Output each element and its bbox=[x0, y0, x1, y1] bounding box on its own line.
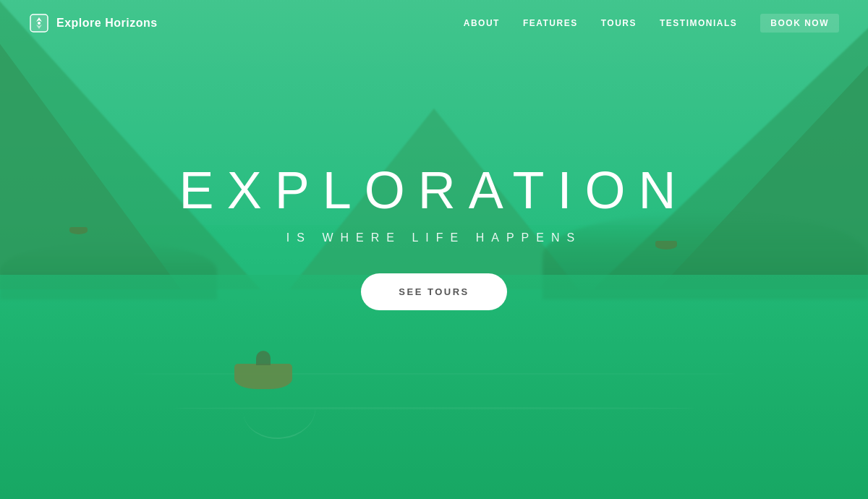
hero-subtitle: IS WHERE LIFE HAPPENS bbox=[179, 231, 689, 244]
logo-text: Explore Horizons bbox=[56, 17, 158, 30]
logo[interactable]: Explore Horizons bbox=[29, 13, 158, 33]
nav-features[interactable]: FEATURES bbox=[523, 18, 578, 28]
see-tours-button[interactable]: SEE TOURS bbox=[361, 273, 506, 310]
logo-icon bbox=[29, 13, 49, 33]
nav-book-now[interactable]: BOOK NOW bbox=[760, 14, 839, 33]
hero-title: EXPLORATION bbox=[179, 161, 689, 220]
navbar: Explore Horizons ABOUT FEATURES TOURS TE… bbox=[0, 0, 868, 46]
hero-section: Explore Horizons ABOUT FEATURES TOURS TE… bbox=[0, 0, 868, 499]
nav-about[interactable]: ABOUT bbox=[464, 18, 500, 28]
nav-links: ABOUT FEATURES TOURS TESTIMONIALS BOOK N… bbox=[464, 14, 839, 33]
hero-content: EXPLORATION IS WHERE LIFE HAPPENS SEE TO… bbox=[179, 161, 689, 310]
nav-testimonials[interactable]: TESTIMONIALS bbox=[660, 18, 737, 28]
svg-point-1 bbox=[38, 22, 41, 25]
nav-tours[interactable]: TOURS bbox=[601, 18, 637, 28]
